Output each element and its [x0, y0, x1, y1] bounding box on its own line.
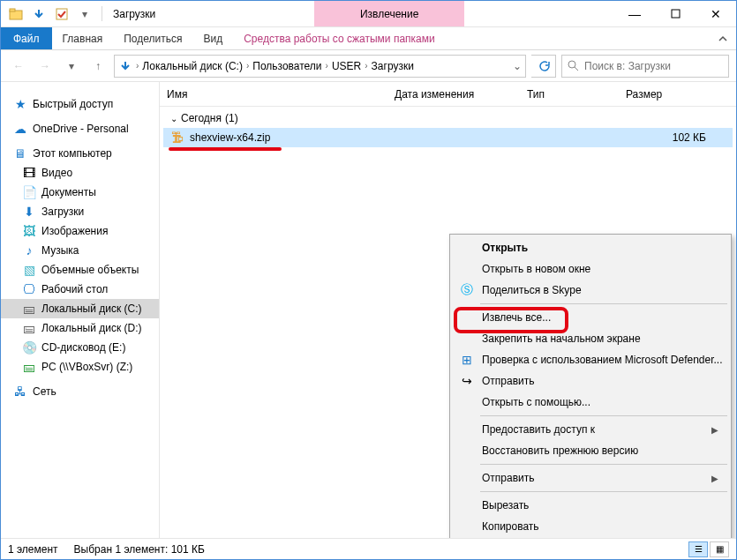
sidebar-item-label: Быстрый доступ — [33, 98, 113, 110]
menu-copy[interactable]: Копировать — [452, 516, 729, 537]
menu-open-with[interactable]: Открыть с помощью... — [452, 392, 729, 413]
menu-defender-scan[interactable]: ⊞Проверка с использованием Microsoft Def… — [452, 349, 729, 370]
search-input[interactable] — [584, 60, 723, 72]
menu-pin-to-start[interactable]: Закрепить на начальном экране — [452, 328, 729, 349]
details-view-button[interactable]: ☰ — [688, 541, 708, 557]
separator — [102, 6, 102, 21]
menu-skype-share[interactable]: ⓈПоделиться в Skype — [452, 280, 729, 301]
menu-restore-version[interactable]: Восстановить прежнюю версию — [452, 440, 729, 461]
search-box[interactable] — [561, 55, 729, 78]
minimize-button[interactable]: — — [614, 1, 655, 26]
address-dropdown-icon[interactable]: ⌄ — [513, 60, 522, 72]
menu-cut[interactable]: Вырезать — [452, 495, 729, 516]
sidebar-item-documents[interactable]: 📄Документы — [1, 183, 159, 202]
status-bar: 1 элемент Выбран 1 элемент: 101 КБ ☰ ▦ — [1, 538, 736, 559]
tab-compressed-tools[interactable]: Средства работы со сжатыми папками — [233, 27, 446, 49]
drive-icon: 🖴 — [22, 302, 36, 316]
down-arrow-icon[interactable] — [29, 4, 49, 24]
menu-open[interactable]: Открыть — [452, 237, 729, 258]
sidebar-item-cd[interactable]: 💿CD-дисковод (E:) — [1, 338, 159, 357]
column-size[interactable]: Размер — [619, 88, 736, 101]
sidebar-item-drive-c[interactable]: 🖴Локальный диск (C:) — [1, 299, 159, 318]
sidebar-item-quick-access[interactable]: ★Быстрый доступ — [1, 94, 159, 114]
group-label: Сегодня — [181, 112, 222, 124]
tab-view[interactable]: Вид — [192, 27, 233, 49]
svg-rect-3 — [672, 10, 680, 18]
sidebar-item-onedrive[interactable]: ☁OneDrive - Personal — [1, 119, 159, 138]
refresh-button[interactable] — [531, 55, 556, 78]
sidebar-item-3d[interactable]: ▧Объемные объекты — [1, 260, 159, 280]
sidebar-item-music[interactable]: ♪Музыка — [1, 241, 159, 260]
sidebar-item-network-drive[interactable]: 🖴PC (\\VBoxSvr) (Z:) — [1, 357, 159, 377]
sidebar-item-label: Документы — [41, 186, 96, 198]
group-header-today[interactable]: ⌄ Сегодня (1) — [160, 107, 736, 128]
forward-button[interactable]: → — [34, 56, 56, 77]
menu-extract-all[interactable]: Извлечь все... — [452, 307, 729, 328]
sidebar-item-label: CD-дисковод (E:) — [41, 341, 125, 354]
column-type[interactable]: Тип — [520, 88, 619, 101]
sidebar-item-desktop[interactable]: 🖵Рабочий стол — [1, 280, 159, 299]
menu-send-to[interactable]: Отправить▶ — [452, 467, 729, 489]
menu-share[interactable]: ↪Отправить — [452, 370, 729, 392]
menu-open-new-window[interactable]: Открыть в новом окне — [452, 258, 729, 280]
breadcrumb[interactable]: Локальный диск (C:) — [142, 60, 243, 72]
sidebar-item-videos[interactable]: 🎞Видео — [1, 163, 159, 183]
navigation-pane[interactable]: ★Быстрый доступ ☁OneDrive - Personal 🖥Эт… — [1, 82, 160, 538]
cd-icon: 💿 — [22, 340, 36, 355]
tab-share[interactable]: Поделиться — [113, 27, 192, 49]
sidebar-item-label: OneDrive - Personal — [33, 123, 129, 135]
address-bar[interactable]: › Локальный диск (C:) › Пользователи › U… — [114, 55, 526, 78]
chevron-right-icon[interactable]: › — [326, 61, 328, 71]
sidebar-item-this-pc[interactable]: 🖥Этот компьютер — [1, 144, 159, 163]
recent-locations-button[interactable]: ▾ — [61, 56, 82, 77]
file-tab[interactable]: Файл — [1, 27, 52, 49]
shield-icon: ⊞ — [459, 352, 475, 368]
chevron-right-icon[interactable]: › — [136, 61, 139, 71]
sidebar-item-label: Локальный диск (C:) — [41, 302, 142, 315]
file-row[interactable]: 🗜 shexview-x64.zip 102 КБ — [163, 128, 733, 147]
breadcrumb[interactable]: Загрузки — [372, 60, 414, 72]
sidebar-item-pictures[interactable]: 🖼Изображения — [1, 221, 159, 241]
status-item-count: 1 элемент — [8, 543, 58, 556]
breadcrumb[interactable]: USER — [332, 60, 361, 72]
sidebar-item-label: Объемные объекты — [41, 264, 139, 276]
menu-give-access[interactable]: Предоставить доступ к▶ — [452, 419, 729, 440]
file-list-pane: Имя Дата изменения Тип Размер ⌄ Сегодня … — [160, 82, 736, 538]
picture-icon: 🖼 — [22, 224, 36, 238]
close-button[interactable]: ✕ — [696, 1, 736, 26]
tab-home[interactable]: Главная — [52, 27, 114, 49]
film-icon: 🎞 — [22, 166, 36, 180]
back-button[interactable]: ← — [8, 56, 29, 77]
sidebar-item-drive-d[interactable]: 🖴Локальный диск (D:) — [1, 318, 159, 338]
sidebar-item-label: Рабочий стол — [41, 283, 108, 295]
sidebar-item-label: Локальный диск (D:) — [41, 322, 142, 334]
sidebar-item-label: Загрузки — [41, 205, 84, 218]
cloud-icon: ☁ — [13, 122, 27, 136]
svg-line-5 — [575, 67, 578, 71]
down-arrow-icon — [118, 59, 132, 73]
sidebar-item-label: PC (\\VBoxSvr) (Z:) — [41, 361, 132, 373]
title-bar: ▾ Загрузки Извлечение — ✕ — [1, 1, 736, 27]
share-icon: ↪ — [459, 373, 475, 389]
maximize-button[interactable] — [655, 1, 696, 26]
sidebar-item-network[interactable]: 🖧Сеть — [1, 382, 159, 401]
breadcrumb[interactable]: Пользователи — [252, 60, 321, 72]
svg-point-4 — [568, 61, 575, 68]
up-button[interactable]: ↑ — [87, 56, 109, 77]
sidebar-item-label: Этот компьютер — [33, 147, 112, 160]
column-date[interactable]: Дата изменения — [387, 88, 520, 101]
search-icon — [568, 60, 579, 71]
chevron-right-icon[interactable]: › — [365, 61, 367, 71]
desktop-icon: 🖵 — [22, 282, 36, 296]
sidebar-item-label: Изображения — [41, 225, 108, 237]
cube-icon: ▧ — [22, 263, 36, 277]
checkbox-icon[interactable] — [52, 4, 71, 24]
star-icon: ★ — [13, 97, 27, 111]
column-name[interactable]: Имя — [160, 88, 387, 101]
qat-dropdown-icon[interactable]: ▾ — [75, 4, 94, 24]
sidebar-item-downloads[interactable]: ⬇Загрузки — [1, 202, 159, 221]
context-menu: Открыть Открыть в новом окне ⓈПоделиться… — [449, 234, 732, 538]
expand-ribbon-button[interactable] — [710, 27, 736, 49]
thumbnails-view-button[interactable]: ▦ — [710, 541, 729, 557]
chevron-right-icon[interactable]: › — [246, 61, 249, 71]
